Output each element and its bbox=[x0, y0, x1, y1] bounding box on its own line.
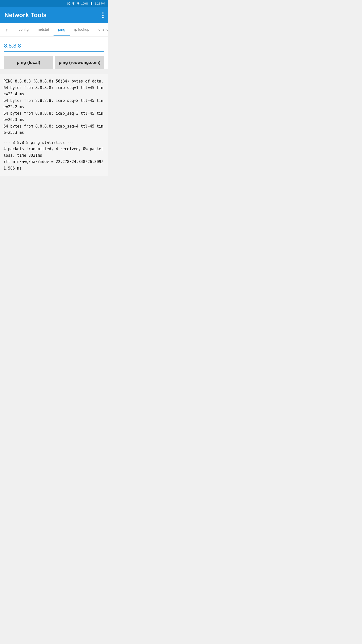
output-line: rtt min/avg/max/mdev = 22.278/24.348/26.… bbox=[4, 159, 105, 172]
alarm-icon bbox=[67, 2, 70, 5]
tab-dns-lookup[interactable]: dns lookup bbox=[94, 23, 108, 36]
wifi-icon bbox=[72, 2, 75, 5]
output-line: 64 bytes from 8.8.8.8: icmp_seq=3 ttl=45… bbox=[4, 110, 105, 123]
battery-icon bbox=[89, 2, 94, 5]
output-area: PING 8.8.8.8 (8.8.8.8) 56(84) bytes of d… bbox=[0, 74, 108, 176]
main-content: ping (local) ping (reowong.com) bbox=[0, 36, 108, 69]
more-options-button[interactable] bbox=[102, 12, 104, 18]
signal-icon bbox=[76, 2, 80, 5]
ping-input[interactable] bbox=[4, 41, 104, 52]
app-bar: Network Tools bbox=[0, 7, 108, 23]
tab-netstat[interactable]: netstat bbox=[33, 23, 54, 36]
output-line: 64 bytes from 8.8.8.8: icmp_seq=1 ttl=45… bbox=[4, 85, 105, 98]
tab-ping[interactable]: ping bbox=[54, 23, 70, 36]
output-line: PING 8.8.8.8 (8.8.8.8) 56(84) bytes of d… bbox=[4, 78, 105, 85]
output-line: 4 packets transmitted, 4 received, 0% pa… bbox=[4, 146, 105, 159]
tab-discovery[interactable]: ry bbox=[0, 23, 12, 36]
app-title: Network Tools bbox=[5, 12, 47, 19]
tab-ifconfig[interactable]: ifconfig bbox=[12, 23, 33, 36]
input-container bbox=[4, 41, 104, 52]
ping-remote-button[interactable]: ping (reowong.com) bbox=[55, 56, 104, 69]
output-spacer bbox=[4, 136, 105, 140]
button-row: ping (local) ping (reowong.com) bbox=[4, 56, 104, 69]
output-line: --- 8.8.8.8 ping statistics --- bbox=[4, 140, 105, 146]
battery-text: 100% bbox=[81, 2, 88, 5]
output-line: 64 bytes from 8.8.8.8: icmp_seq=4 ttl=45… bbox=[4, 123, 105, 136]
time-text: 1:26 PM bbox=[95, 2, 105, 5]
status-bar: 100% 1:26 PM bbox=[0, 0, 108, 7]
ping-local-button[interactable]: ping (local) bbox=[4, 56, 53, 69]
output-line: 64 bytes from 8.8.8.8: icmp_seq=2 ttl=45… bbox=[4, 98, 105, 110]
tab-bar: ryifconfignetstatpingip lookupdns lookup bbox=[0, 23, 108, 36]
tab-ip-lookup[interactable]: ip lookup bbox=[70, 23, 94, 36]
